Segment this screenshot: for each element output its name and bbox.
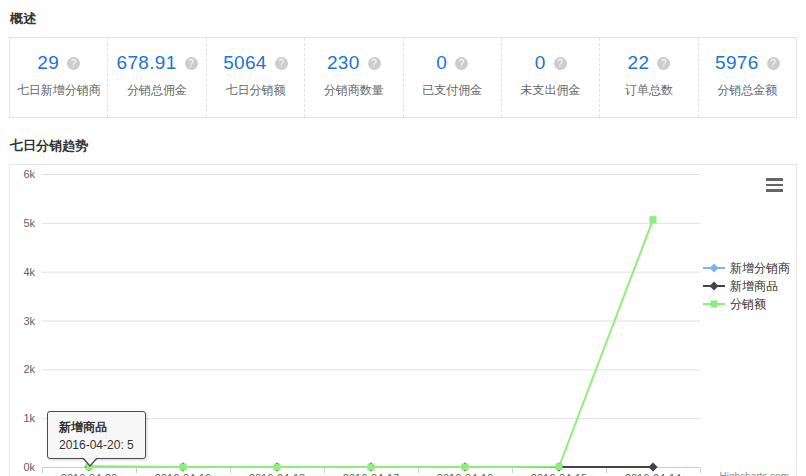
stat-label: 分销商数量 <box>305 82 402 99</box>
help-icon[interactable]: ? <box>67 57 80 70</box>
stat-label: 未支出佣金 <box>502 82 599 99</box>
y-axis-label: 0k <box>23 461 35 473</box>
stat-value: 5064 <box>223 52 266 74</box>
stat-label: 分销总佣金 <box>108 82 205 99</box>
stat-label: 已支付佣金 <box>404 82 501 99</box>
stats-panel: 29?七日新增分销商678.91?分销总佣金5064?七日分销额230?分销商数… <box>9 37 797 118</box>
chart-export-menu-button[interactable] <box>766 178 783 192</box>
help-icon[interactable]: ? <box>554 57 567 70</box>
y-axis-label: 1k <box>23 412 35 424</box>
legend-marker-icon <box>703 280 725 292</box>
chart-marker[interactable] <box>462 464 469 471</box>
stat-label: 七日分销额 <box>207 82 304 99</box>
legend-item-0[interactable]: 新增分销商 <box>703 259 790 277</box>
chart-marker[interactable] <box>180 464 187 471</box>
stat-card-7: 5976?分销总金额 <box>698 38 796 117</box>
y-axis-label: 4k <box>23 266 35 278</box>
chart-marker[interactable] <box>650 216 657 223</box>
chart-marker[interactable] <box>556 463 563 470</box>
y-axis-label: 3k <box>23 315 35 327</box>
legend-marker-icon <box>703 262 725 274</box>
stat-label: 分销总金额 <box>699 82 796 99</box>
chart-legend: 新增分销商新增商品分销额 <box>703 259 790 313</box>
x-axis-label: 2016-04-19 <box>155 472 211 476</box>
dashboard-page: 概述 29?七日新增分销商678.91?分销总佣金5064?七日分销额230?分… <box>0 0 806 476</box>
stat-label: 订单总数 <box>600 82 697 99</box>
chart-marker[interactable] <box>368 464 375 471</box>
chart-marker[interactable] <box>274 464 281 471</box>
y-axis-label: 5k <box>23 217 35 229</box>
stat-value: 230 <box>327 52 360 74</box>
legend-label: 新增商品 <box>730 278 778 295</box>
y-axis-label: 6k <box>23 168 35 180</box>
stat-card-2: 5064?七日分销额 <box>206 38 304 117</box>
legend-marker-icon <box>703 298 725 310</box>
stat-value: 5976 <box>715 52 758 74</box>
stat-value: 22 <box>628 52 650 74</box>
highcharts-credits[interactable]: Highcharts.com <box>720 471 789 476</box>
tooltip-value: 2016-04-20: 5 <box>59 438 134 452</box>
hamburger-icon <box>766 189 783 192</box>
stat-card-5: 0?未支出佣金 <box>501 38 599 117</box>
help-icon[interactable]: ? <box>657 57 670 70</box>
x-axis-label: 2016-04-15 <box>531 472 587 476</box>
hamburger-icon <box>766 184 783 187</box>
stat-card-6: 22?订单总数 <box>599 38 697 117</box>
legend-item-1[interactable]: 新增商品 <box>703 277 790 295</box>
tooltip-series-name: 新增商品 <box>59 419 134 436</box>
overview-title: 概述 <box>10 10 797 28</box>
stat-value: 0 <box>436 52 447 74</box>
help-icon[interactable]: ? <box>185 57 198 70</box>
x-axis-label: 2016-04-14 <box>625 472 681 476</box>
stat-card-4: 0?已支付佣金 <box>403 38 501 117</box>
help-icon[interactable]: ? <box>368 57 381 70</box>
x-axis-label: 2016-04-20 <box>61 472 117 476</box>
stat-value: 0 <box>535 52 546 74</box>
help-icon[interactable]: ? <box>767 57 780 70</box>
x-axis-label: 2016-04-17 <box>343 472 399 476</box>
stat-card-1: 678.91?分销总佣金 <box>107 38 205 117</box>
hamburger-icon <box>766 178 783 181</box>
x-axis-label: 2016-04-16 <box>437 472 493 476</box>
legend-item-2[interactable]: 分销额 <box>703 295 790 313</box>
stat-value: 678.91 <box>117 52 177 74</box>
chart-tooltip: 新增商品 2016-04-20: 5 <box>47 411 146 459</box>
chart-marker[interactable] <box>649 463 658 472</box>
trend-chart: 0k1k2k3k4k5k6k2016-04-202016-04-192016-0… <box>9 164 797 476</box>
stat-label: 七日新增分销商 <box>10 82 107 99</box>
x-axis-label: 2016-04-18 <box>249 472 305 476</box>
legend-label: 新增分销商 <box>730 260 790 277</box>
stat-value: 29 <box>37 52 59 74</box>
stat-card-0: 29?七日新增分销商 <box>10 38 107 117</box>
help-icon[interactable]: ? <box>275 57 288 70</box>
legend-label: 分销额 <box>730 296 766 313</box>
stat-card-3: 230?分销商数量 <box>304 38 402 117</box>
y-axis-label: 2k <box>23 363 35 375</box>
help-icon[interactable]: ? <box>455 57 468 70</box>
trend-section-title: 七日分销趋势 <box>10 137 797 155</box>
